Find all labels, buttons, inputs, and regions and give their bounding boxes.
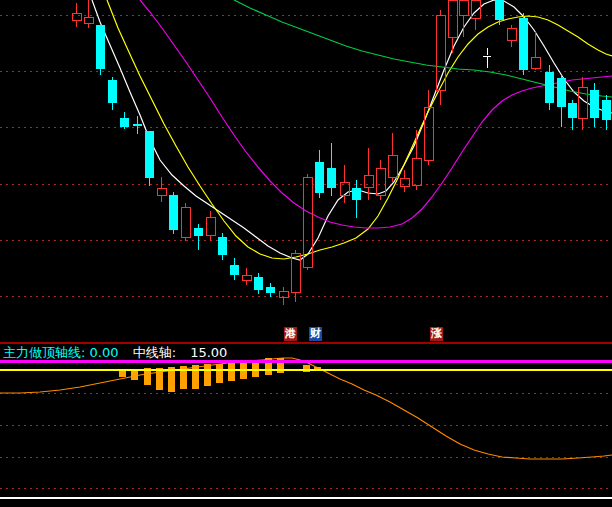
candle-down — [194, 228, 203, 236]
candle-up — [364, 175, 373, 187]
candle-down — [266, 287, 275, 293]
indicator-value: 0.00 — [90, 345, 119, 360]
candle-up — [206, 217, 215, 235]
indicator-label: 主力做顶轴线: — [3, 345, 85, 360]
indicator-bar — [204, 364, 211, 386]
candle-up — [376, 168, 385, 195]
candle-down — [254, 277, 263, 290]
candle-down — [145, 131, 154, 178]
mid-axis-yellow — [0, 369, 612, 372]
candle-up — [531, 57, 540, 68]
candle-up — [340, 182, 349, 195]
candle-down — [327, 168, 336, 188]
candle-up — [459, 0, 468, 15]
event-flag-cai[interactable]: 财 — [309, 327, 322, 341]
candle-up — [400, 178, 409, 186]
candle-down — [120, 118, 129, 127]
indicator-bar — [131, 370, 138, 380]
kline-chart-canvas[interactable] — [0, 0, 612, 507]
candle-up — [424, 107, 433, 160]
event-flag-gang[interactable]: 港 — [284, 327, 297, 341]
candle-up — [448, 0, 457, 37]
candle-down — [218, 237, 227, 255]
indicator-header: 主力做顶轴线: 0.00 中线轴: 15.00 — [3, 344, 227, 362]
candle-up — [388, 155, 397, 177]
candle-down — [495, 0, 504, 20]
candle-up — [507, 28, 516, 40]
candle-down — [133, 124, 142, 126]
candle-up — [72, 13, 81, 20]
ma-mid-yellow — [107, 0, 612, 259]
candle-down — [557, 78, 566, 107]
ma-xlong-green — [234, 0, 612, 97]
candle-down — [545, 72, 554, 103]
event-flag-zhang[interactable]: 涨 — [430, 327, 443, 341]
candle-up — [412, 158, 421, 185]
candle-down — [352, 188, 361, 200]
candle-down — [230, 265, 239, 275]
candle-up — [157, 188, 166, 195]
indicator-bar — [192, 365, 199, 389]
stock-chart-window: 港 财 涨 主力做顶轴线: 0.00 中线轴: 15.00 — [0, 0, 612, 507]
candle-up — [84, 17, 93, 23]
midline-value: 15.00 — [190, 345, 227, 360]
candle-down — [519, 18, 528, 70]
indicator-bar — [216, 364, 223, 383]
candle-down — [568, 103, 577, 118]
candle-down — [108, 80, 117, 103]
indicator-bar — [228, 363, 235, 381]
candle-down — [96, 25, 105, 69]
candle-down — [169, 195, 178, 230]
midline-label: 中线轴: — [133, 345, 176, 360]
candle-up — [242, 275, 251, 280]
indicator-curve — [0, 358, 612, 459]
candle-up — [181, 207, 190, 237]
candle-down — [315, 162, 324, 193]
candle-down — [602, 100, 611, 120]
bottom-border — [0, 497, 612, 499]
candle-down — [590, 90, 599, 118]
